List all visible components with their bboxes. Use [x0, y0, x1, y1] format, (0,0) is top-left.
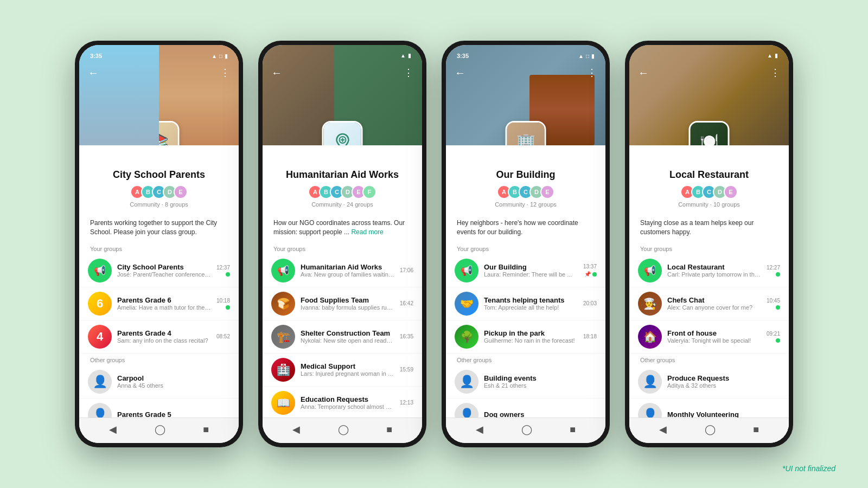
group-preview: Anna & 45 others [117, 382, 230, 389]
group-time: 10:45 [767, 298, 780, 304]
group-name: Tenants helping tenants [484, 296, 578, 304]
group-avatar-other: 👤 [88, 370, 112, 394]
status-icons-4: ▲ ▮ [767, 53, 778, 59]
group-item[interactable]: 🏥 Medical Support Lars: Injured pregnant… [263, 354, 422, 387]
group-time: 20:03 [583, 300, 597, 306]
group-preview: Carl: Private party tomorrow in the ... [667, 271, 761, 278]
phone-2: ▲ ▮ ← ⋮ [258, 41, 426, 447]
status-time-1: 3:35 [90, 53, 102, 59]
group-item[interactable]: 🍞 Food Supplies Team Ivanna: baby formul… [263, 287, 422, 320]
group-item[interactable]: 👤 Carpool Anna & 45 others [79, 365, 239, 399]
menu-dots-3[interactable]: ⋮ [587, 67, 597, 79]
group-name: Parents Grade 6 [117, 296, 211, 304]
back-nav-btn[interactable]: ◀ [659, 423, 667, 435]
group-preview: Nykolai: New site open and ready for ... [301, 337, 394, 344]
back-nav-btn[interactable]: ◀ [476, 423, 483, 435]
group-preview: Laura: Reminder: There will be ... [484, 271, 578, 278]
recents-nav-btn[interactable]: ■ [753, 424, 759, 435]
menu-dots-1[interactable]: ⋮ [220, 67, 230, 79]
group-list-3[interactable]: 📢 Our Building Laura: Reminder: There wi… [446, 254, 605, 418]
back-button-1[interactable]: ← [88, 67, 99, 79]
group-item[interactable]: 📢 Local Restaurant Carl: Private party t… [629, 254, 789, 287]
group-name: Humanitarian Aid Works [301, 263, 394, 271]
group-info: Building events Esh & 21 others [484, 374, 597, 389]
group-item[interactable]: 📢 Our Building Laura: Reminder: There wi… [446, 254, 605, 287]
group-item[interactable]: 🤝 Tenants helping tenants Tom: Appreciat… [446, 287, 605, 320]
unread-dot [226, 305, 230, 310]
group-time: 16:42 [400, 300, 413, 306]
group-item[interactable]: 🏠 Front of house Valeryia: Tonight will … [629, 320, 789, 354]
group-name: City School Parents [117, 263, 211, 271]
menu-dots-4[interactable]: ⋮ [770, 67, 780, 79]
group-list-2[interactable]: 📢 Humanitarian Aid Works Ava: New group … [263, 254, 422, 418]
group-item[interactable]: 👤 Building events Esh & 21 others [446, 365, 605, 399]
group-info: Tenants helping tenants Tom: Appreciate … [484, 296, 578, 311]
group-time: 12:13 [400, 400, 413, 406]
group-item[interactable]: 👤 Dog owners [446, 399, 605, 418]
group-icon-4: 🍽️ [689, 121, 730, 145]
group-time: 13:37 [583, 264, 597, 269]
home-nav-btn[interactable]: ◯ [521, 423, 532, 435]
group-right: 16:42 [400, 300, 413, 306]
group-item[interactable]: 📢 Humanitarian Aid Works Ava: New group … [263, 254, 422, 287]
group-right: 18:18 [583, 333, 597, 339]
recents-nav-btn[interactable]: ■ [203, 424, 209, 435]
group-avatar: 📢 [271, 259, 295, 282]
group-right: 10:45 [767, 298, 780, 310]
group-item[interactable]: 👤 Monthly Volunteering [629, 399, 789, 418]
group-icon-restaurant: 🍽️ [691, 123, 728, 145]
speaker-icon: 📢 [461, 265, 473, 277]
group-item[interactable]: 6 Parents Grade 6 Amelia: Have a math tu… [79, 287, 239, 320]
back-nav-btn[interactable]: ◀ [109, 423, 117, 435]
group-avatar: 🏥 [271, 358, 295, 382]
avatar-row-4: A B C D E [640, 185, 778, 199]
menu-dots-2[interactable]: ⋮ [404, 67, 413, 79]
group-item[interactable]: 🌳 Pickup in the park Guilherme: No rain … [446, 320, 605, 354]
avatar-row-2: A B C D E F [273, 185, 411, 199]
group-avatar: 🍞 [271, 292, 295, 316]
avatar-row-1: A B C D E [90, 185, 228, 199]
group-info: Shelter Construction Team Nykolai: New s… [301, 329, 394, 344]
group-name: Produce Requests [667, 374, 780, 382]
group-item[interactable]: 4 Parents Grade 4 Sam: any info on the c… [79, 320, 239, 354]
group-item[interactable]: 👨‍🍳 Chefs Chat Alex: Can anyone cover fo… [629, 287, 789, 320]
group-list-1[interactable]: 📢 City School Parents José: Parent/Teach… [79, 254, 239, 418]
group-right: 08:52 [216, 333, 230, 339]
group-item[interactable]: 👤 Produce Requests Aditya & 32 others [629, 365, 789, 399]
home-nav-btn[interactable]: ◯ [705, 423, 716, 435]
hero-image-3: 3:35 ▲ □ ▮ ← ⋮ 🏢 [446, 45, 605, 145]
group-info: Food Supplies Team Ivanna: baby formula … [301, 296, 394, 311]
home-nav-btn[interactable]: ◯ [338, 423, 349, 435]
signal-icon: ▲ [767, 53, 773, 59]
recents-nav-btn[interactable]: ■ [570, 424, 576, 435]
back-button-4[interactable]: ← [638, 67, 649, 79]
recents-nav-btn[interactable]: ■ [386, 424, 392, 435]
group-item[interactable]: 🏗️ Shelter Construction Team Nykolai: Ne… [263, 320, 422, 354]
group-name: Shelter Construction Team [301, 329, 394, 337]
read-more-link[interactable]: Read more [351, 228, 383, 236]
group-info: Carpool Anna & 45 others [117, 374, 230, 389]
group-item[interactable]: 📖 Education Requests Anna: Temporary sch… [263, 387, 422, 418]
group-preview: Amelia: Have a math tutor for the upco..… [117, 304, 211, 311]
other-groups-label-4: Other groups [629, 354, 789, 365]
group-preview: Valeryia: Tonight will be special! [667, 337, 761, 344]
community-desc-4: Staying close as a team helps keep our c… [629, 214, 789, 242]
group-avatar: 👨‍🍳 [638, 292, 662, 316]
pin-icon: 📌 [584, 271, 591, 277]
back-button-3[interactable]: ← [455, 67, 465, 79]
community-info-3: Our Building A B C D E Community · 12 gr… [446, 145, 605, 214]
back-nav-btn[interactable]: ◀ [292, 423, 300, 435]
speaker-icon: 📢 [644, 265, 656, 277]
group-name: Front of house [667, 329, 761, 337]
group-list-4[interactable]: 📢 Local Restaurant Carl: Private party t… [629, 254, 789, 418]
group-avatar: 4 [88, 325, 112, 349]
hero-image-1: 3:35 ▲ □ ▮ ← ⋮ 📚 [79, 45, 239, 145]
phone-header-1: 3:35 ▲ □ ▮ [90, 53, 228, 59]
group-item[interactable]: 👤 Parents Grade 5 [79, 399, 239, 418]
back-button-2[interactable]: ← [271, 67, 282, 79]
group-preview: Lars: Injured pregnant woman in need ... [301, 370, 394, 377]
group-time: 12:27 [767, 265, 780, 271]
home-nav-btn[interactable]: ◯ [155, 423, 165, 435]
group-item[interactable]: 📢 City School Parents José: Parent/Teach… [79, 254, 239, 287]
group-preview: Sam: any info on the class recital? [117, 337, 211, 344]
